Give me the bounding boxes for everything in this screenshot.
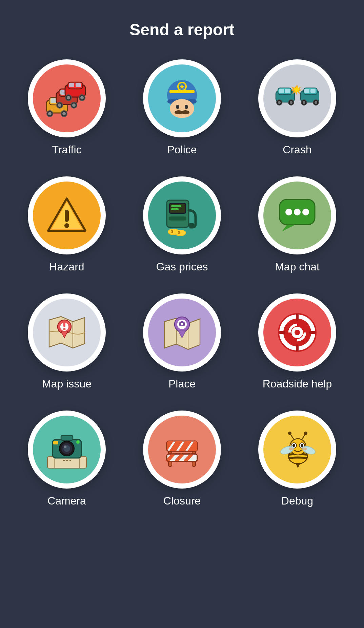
svg-point-40 bbox=[278, 101, 281, 104]
svg-point-42 bbox=[290, 101, 292, 104]
report-item-debug[interactable]: Debug bbox=[246, 411, 348, 507]
svg-rect-101 bbox=[309, 331, 316, 334]
svg-point-34 bbox=[185, 105, 188, 109]
svg-marker-142 bbox=[296, 463, 300, 468]
report-item-police[interactable]: Police bbox=[131, 59, 233, 156]
map-issue-circle bbox=[28, 293, 106, 372]
map-issue-label: Map issue bbox=[42, 378, 92, 390]
svg-rect-112 bbox=[53, 441, 58, 444]
traffic-label: Traffic bbox=[52, 144, 81, 156]
report-grid: Traffic bbox=[16, 59, 348, 507]
report-item-map-chat[interactable]: Map chat bbox=[246, 176, 348, 273]
police-circle bbox=[143, 59, 221, 137]
map-chat-icon bbox=[277, 197, 318, 234]
report-item-traffic[interactable]: Traffic bbox=[16, 59, 118, 156]
svg-point-89 bbox=[181, 323, 183, 325]
svg-point-23 bbox=[80, 96, 84, 99]
svg-point-144 bbox=[302, 448, 307, 450]
map-issue-icon bbox=[46, 311, 88, 354]
svg-point-143 bbox=[289, 448, 294, 450]
svg-point-13 bbox=[58, 103, 61, 107]
debug-icon bbox=[277, 429, 318, 470]
hazard-icon bbox=[46, 197, 87, 234]
svg-point-135 bbox=[301, 444, 303, 447]
svg-point-110 bbox=[64, 445, 66, 448]
svg-rect-45 bbox=[304, 89, 309, 93]
gas-prices-label: Gas prices bbox=[156, 261, 208, 273]
svg-point-113 bbox=[76, 440, 80, 444]
svg-rect-111 bbox=[61, 435, 73, 440]
place-icon bbox=[161, 311, 203, 354]
svg-rect-63 bbox=[188, 223, 194, 227]
svg-point-7 bbox=[62, 112, 66, 115]
svg-point-5 bbox=[48, 112, 52, 115]
svg-marker-71 bbox=[282, 225, 296, 231]
place-circle bbox=[143, 293, 221, 372]
camera-icon bbox=[46, 429, 88, 470]
camera-label: Camera bbox=[47, 495, 86, 507]
svg-rect-46 bbox=[310, 89, 316, 93]
svg-rect-38 bbox=[285, 89, 290, 93]
gas-prices-circle: $ $ bbox=[143, 176, 221, 254]
svg-rect-100 bbox=[279, 331, 285, 334]
camera-circle bbox=[28, 411, 106, 489]
closure-circle bbox=[143, 411, 221, 489]
report-item-roadside-help[interactable]: Roadside help bbox=[246, 293, 348, 390]
report-item-camera[interactable]: Camera bbox=[16, 411, 118, 507]
svg-text:$: $ bbox=[171, 230, 173, 233]
svg-rect-60 bbox=[171, 205, 181, 207]
map-chat-label: Map chat bbox=[275, 261, 320, 273]
svg-point-33 bbox=[176, 105, 179, 109]
svg-point-56 bbox=[64, 223, 69, 228]
roadside-help-circle bbox=[258, 293, 336, 372]
svg-point-74 bbox=[302, 209, 309, 215]
report-item-place[interactable]: Place bbox=[131, 293, 233, 390]
crash-label: Crash bbox=[283, 144, 311, 156]
svg-rect-19 bbox=[76, 83, 81, 87]
place-label: Place bbox=[168, 378, 196, 390]
svg-point-48 bbox=[303, 101, 305, 104]
crash-icon bbox=[275, 83, 319, 114]
svg-rect-80 bbox=[63, 322, 65, 327]
svg-rect-18 bbox=[69, 83, 74, 87]
roadside-help-icon bbox=[277, 312, 318, 353]
hazard-circle bbox=[28, 176, 106, 254]
report-item-map-issue[interactable]: Map issue bbox=[16, 293, 118, 390]
svg-text:$: $ bbox=[178, 231, 180, 234]
svg-rect-61 bbox=[171, 208, 179, 210]
traffic-icon bbox=[45, 80, 89, 117]
debug-circle bbox=[258, 411, 336, 489]
hazard-label: Hazard bbox=[49, 261, 84, 273]
svg-rect-62 bbox=[169, 216, 186, 221]
svg-point-97 bbox=[295, 330, 300, 335]
svg-point-73 bbox=[294, 209, 301, 215]
report-item-hazard[interactable]: Hazard bbox=[16, 176, 118, 273]
report-item-closure[interactable]: Closure bbox=[131, 411, 233, 507]
svg-point-21 bbox=[67, 96, 70, 99]
police-icon bbox=[163, 76, 201, 120]
svg-rect-55 bbox=[65, 210, 69, 222]
report-item-gas-prices[interactable]: $ $ Gas prices bbox=[131, 176, 233, 273]
page-title: Send a report bbox=[129, 20, 234, 39]
debug-label: Debug bbox=[281, 495, 313, 507]
svg-point-30 bbox=[170, 99, 194, 118]
svg-rect-98 bbox=[296, 314, 299, 321]
svg-rect-2 bbox=[50, 98, 57, 103]
svg-point-137 bbox=[288, 432, 291, 435]
svg-point-32 bbox=[181, 110, 189, 114]
gas-prices-icon: $ $ bbox=[162, 193, 202, 237]
report-item-crash[interactable]: Crash bbox=[246, 59, 348, 156]
police-label: Police bbox=[167, 144, 197, 156]
roadside-help-label: Roadside help bbox=[263, 378, 332, 390]
crash-circle bbox=[258, 59, 336, 137]
svg-point-81 bbox=[63, 328, 65, 330]
svg-point-67 bbox=[175, 230, 186, 235]
svg-point-15 bbox=[72, 103, 76, 107]
svg-rect-99 bbox=[296, 344, 299, 351]
svg-point-134 bbox=[292, 444, 295, 447]
svg-rect-37 bbox=[279, 89, 284, 93]
closure-icon bbox=[162, 431, 202, 468]
traffic-circle bbox=[28, 59, 106, 137]
closure-label: Closure bbox=[163, 495, 201, 507]
svg-point-139 bbox=[304, 432, 307, 435]
